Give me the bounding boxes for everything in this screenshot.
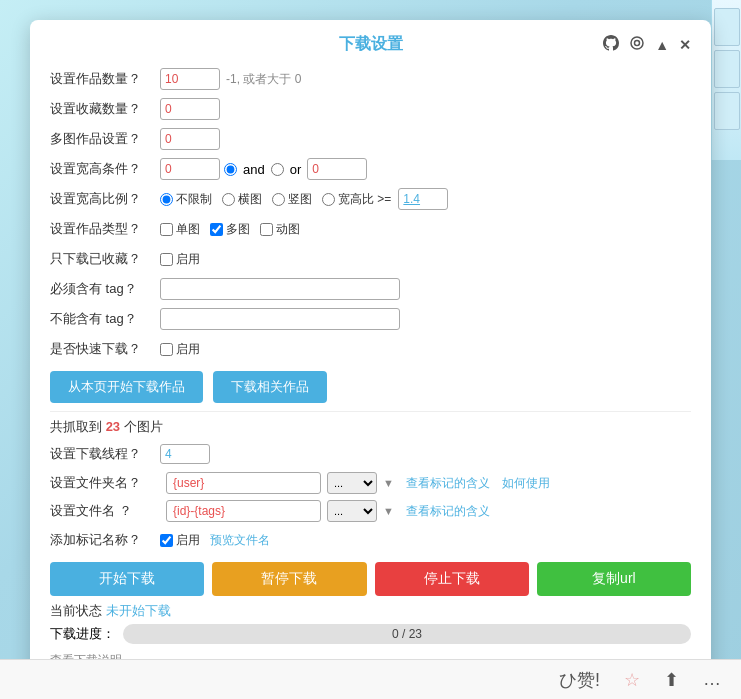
progress-bar-wrap: 0 / 23 <box>123 624 691 644</box>
wh-and-radio[interactable] <box>224 163 237 176</box>
fast-dl-enable-label: 启用 <box>176 341 200 358</box>
svg-point-1 <box>635 41 640 46</box>
ratio-label: 设置宽高比例？ <box>50 190 160 208</box>
tag-check: 启用 <box>160 532 200 549</box>
multi-work-input[interactable] <box>160 128 220 150</box>
ratio-custom: 宽高比 >= <box>322 188 448 210</box>
github-icon[interactable] <box>603 35 619 54</box>
no-tag-input[interactable] <box>160 308 400 330</box>
ratio-landscape-label: 横图 <box>238 191 262 208</box>
wh-and-label: and <box>243 162 265 177</box>
progress-bar-label: 0 / 23 <box>392 627 422 641</box>
type-label: 设置作品类型？ <box>50 220 160 238</box>
copy-url-button[interactable]: 复制url <box>537 562 691 596</box>
must-tag-input[interactable] <box>160 278 400 300</box>
status-row: 当前状态 未开始下载 <box>50 602 691 620</box>
download-page-button[interactable]: 从本页开始下载作品 <box>50 371 203 403</box>
type-single: 单图 <box>160 221 200 238</box>
multi-work-row: 多图作品设置？ <box>50 127 691 151</box>
wh-or-label: or <box>290 162 302 177</box>
wh-value2-input[interactable] <box>307 158 367 180</box>
thread-input[interactable] <box>160 444 210 464</box>
ratio-custom-radio[interactable] <box>322 193 335 206</box>
more-icon[interactable]: … <box>703 669 721 690</box>
captured-stats: 共抓取到 23 个图片 <box>50 418 691 436</box>
thread-row: 设置下载线程？ <box>50 442 691 466</box>
folder-placeholder-icon: ▼ <box>383 477 394 489</box>
work-count-label: 设置作品数量？ <box>50 70 160 88</box>
download-related-button[interactable]: 下载相关作品 <box>213 371 327 403</box>
settings-icon[interactable] <box>629 35 645 54</box>
thread-label: 设置下载线程？ <box>50 445 160 463</box>
close-icon[interactable]: ✕ <box>679 37 691 53</box>
ratio-value-input[interactable] <box>398 188 448 210</box>
tag-enable-checkbox[interactable] <box>160 534 173 547</box>
progress-bar-container: 0 / 23 <box>123 624 691 644</box>
tag-enable-label: 启用 <box>176 532 200 549</box>
tag-label: 添加标记名称？ <box>50 531 160 549</box>
wh-or-radio[interactable] <box>271 163 284 176</box>
must-tag-label: 必须含有 tag？ <box>50 280 160 298</box>
progress-label: 下载进度： <box>50 625 115 643</box>
start-download-button[interactable]: 开始下载 <box>50 562 204 596</box>
ratio-landscape: 横图 <box>222 191 262 208</box>
type-anim-checkbox[interactable] <box>260 223 273 236</box>
file-label: 设置文件名 ？ <box>50 502 160 520</box>
collect-count-label: 设置收藏数量？ <box>50 100 160 118</box>
type-anim: 动图 <box>260 221 300 238</box>
sidebar-right <box>711 0 741 160</box>
collect-count-input[interactable] <box>160 98 220 120</box>
star-icon[interactable]: ☆ <box>624 669 640 691</box>
tag-row: 添加标记名称？ 启用 预览文件名 <box>50 528 691 552</box>
fast-dl-label: 是否快速下载？ <box>50 340 160 358</box>
heart-icon[interactable]: ひ赞! <box>559 668 600 692</box>
folder-name-row: 设置文件夹名？ ... ▼ 查看标记的含义 如何使用 <box>50 472 691 494</box>
multi-work-label: 多图作品设置？ <box>50 130 160 148</box>
captured-count: 23 <box>106 419 120 434</box>
type-multi: 多图 <box>210 221 250 238</box>
tag-preview-link[interactable]: 预览文件名 <box>210 532 270 549</box>
main-action-buttons: 从本页开始下载作品 下载相关作品 <box>50 371 691 403</box>
wh-condition-row: 设置宽高条件？ and or <box>50 157 691 181</box>
ratio-unlimited-label: 不限制 <box>176 191 212 208</box>
svg-point-0 <box>631 37 643 49</box>
captured-suffix: 个图片 <box>124 419 163 434</box>
pause-download-button[interactable]: 暂停下载 <box>212 562 366 596</box>
ratio-row: 设置宽高比例？ 不限制 横图 竖图 宽高比 >= <box>50 187 691 211</box>
ratio-unlimited: 不限制 <box>160 191 212 208</box>
collect-only-checkbox[interactable] <box>160 253 173 266</box>
file-input[interactable] <box>166 500 321 522</box>
collect-only-row: 只下载已收藏？ 启用 <box>50 247 691 271</box>
file-select[interactable]: ... <box>327 500 377 522</box>
ratio-portrait-radio[interactable] <box>272 193 285 206</box>
action-buttons: 开始下载 暂停下载 停止下载 复制url <box>50 562 691 596</box>
folder-select[interactable]: ... <box>327 472 377 494</box>
collect-only-label: 只下载已收藏？ <box>50 250 160 268</box>
ratio-unlimited-radio[interactable] <box>160 193 173 206</box>
type-row: 设置作品类型？ 单图 多图 动图 <box>50 217 691 241</box>
status-value[interactable]: 未开始下载 <box>106 603 171 618</box>
alert-icon[interactable]: ▲ <box>655 37 669 53</box>
collect-only-check: 启用 <box>160 251 200 268</box>
wh-condition-label: 设置宽高条件？ <box>50 160 160 178</box>
type-single-checkbox[interactable] <box>160 223 173 236</box>
work-count-input[interactable] <box>160 68 220 90</box>
no-tag-label: 不能含有 tag？ <box>50 310 160 328</box>
must-tag-row: 必须含有 tag？ <box>50 277 691 301</box>
folder-meaning-link[interactable]: 查看标记的含义 <box>406 475 490 492</box>
ratio-portrait: 竖图 <box>272 191 312 208</box>
work-count-row: 设置作品数量？ -1, 或者大于 0 <box>50 67 691 91</box>
fast-dl-row: 是否快速下载？ 启用 <box>50 337 691 361</box>
fast-dl-checkbox[interactable] <box>160 343 173 356</box>
wh-value1-input[interactable] <box>160 158 220 180</box>
file-meaning-link[interactable]: 查看标记的含义 <box>406 503 490 520</box>
type-multi-checkbox[interactable] <box>210 223 223 236</box>
bottom-bar: ひ赞! ☆ ⬆ … <box>0 659 741 699</box>
type-anim-label: 动图 <box>276 221 300 238</box>
folder-usage-link[interactable]: 如何使用 <box>502 475 550 492</box>
ratio-radio-group: 不限制 横图 竖图 宽高比 >= <box>160 188 448 210</box>
folder-input[interactable] <box>166 472 321 494</box>
stop-download-button[interactable]: 停止下载 <box>375 562 529 596</box>
share-icon[interactable]: ⬆ <box>664 669 679 691</box>
ratio-landscape-radio[interactable] <box>222 193 235 206</box>
